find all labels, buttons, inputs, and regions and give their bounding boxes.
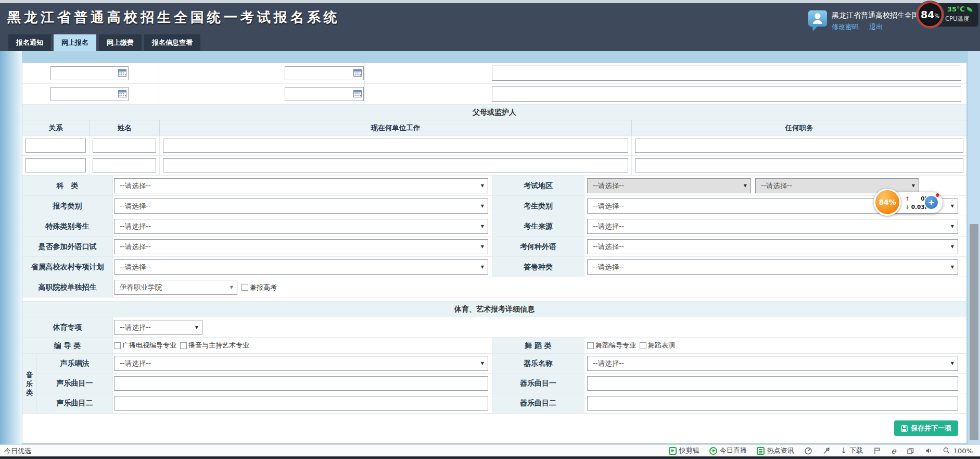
- date-input-3[interactable]: [50, 87, 129, 101]
- calendar-icon[interactable]: [118, 90, 126, 100]
- instrument-song2-input[interactable]: [587, 396, 958, 411]
- calendar-icon[interactable]: [353, 69, 362, 79]
- volume-button[interactable]: [924, 446, 933, 455]
- quick-edit-button[interactable]: 快剪辑: [669, 446, 699, 455]
- instrument-song1-label: 器乐曲目一: [492, 374, 584, 393]
- page-zoom-control[interactable]: 100%: [943, 446, 973, 455]
- ie-mode-button[interactable]: e: [891, 446, 896, 456]
- exam-area-province-select[interactable]: --请选择-- ▼: [587, 178, 751, 193]
- cpu-percent-unit: %: [934, 13, 939, 19]
- today-live-label: 今日直播: [720, 446, 747, 455]
- hot-news-icon: [757, 447, 765, 455]
- save-icon: [901, 425, 908, 432]
- paper-type-label: 答卷种类: [492, 257, 584, 277]
- vocal-song1-input[interactable]: [114, 376, 488, 391]
- upload-arrow-icon: ↑: [905, 195, 910, 202]
- parents-section-header: 父母或监护人: [22, 105, 966, 120]
- apply-type-select[interactable]: --请选择-- ▼: [114, 199, 488, 214]
- parent2-workplace-input[interactable]: [163, 158, 628, 172]
- tab-online-registration[interactable]: 网上报名: [54, 34, 96, 51]
- parent1-relation-input[interactable]: [26, 139, 86, 153]
- selected-value: --请选择--: [761, 181, 792, 190]
- selected-value: --请选择--: [120, 222, 151, 230]
- concurrent-gaokao-checkbox[interactable]: [241, 284, 248, 291]
- scrollbar-thumb[interactable]: [970, 224, 978, 440]
- window-restore-button[interactable]: [906, 447, 914, 455]
- memory-usage-bubble[interactable]: 84%: [874, 189, 901, 216]
- calendar-icon[interactable]: [118, 69, 126, 79]
- taskbar-edge: [0, 456, 980, 459]
- speed-mode-button[interactable]: [804, 446, 812, 455]
- vertical-scrollbar[interactable]: [968, 51, 980, 444]
- dance-performance-checkbox[interactable]: [640, 342, 646, 349]
- instrument-name-select[interactable]: --请选择-- ▼: [587, 356, 958, 371]
- parent1-position-input[interactable]: [635, 139, 963, 153]
- logged-in-user-name: 黑龙江省普通高校招生全国统: [832, 11, 922, 20]
- today-live-button[interactable]: 今日直播: [709, 446, 747, 455]
- parents-table-row: [22, 156, 966, 176]
- wide-text-input-2[interactable]: [492, 86, 961, 102]
- tab-registration-info-view[interactable]: 报名信息查看: [144, 34, 200, 51]
- tab-registration-notice[interactable]: 报名通知: [8, 34, 51, 51]
- today-picks-link[interactable]: 今日优选: [4, 446, 31, 456]
- vocational-select[interactable]: 伊春职业学院 ▼: [114, 280, 237, 295]
- plus-icon: +: [928, 197, 935, 207]
- special-type-label: 特殊类别考生: [22, 216, 113, 236]
- chevron-down-icon: ▼: [230, 280, 233, 294]
- selected-value: --请选择--: [120, 181, 151, 190]
- dance-directing-checkbox[interactable]: [587, 342, 594, 349]
- registration-form-panel: 父母或监护人 关系 姓名 现在何单位工作 任何职务 科 类 --请选择-- ▼ …: [22, 63, 967, 442]
- parent1-name-input[interactable]: [93, 139, 156, 153]
- sports-special-select[interactable]: --请选择-- ▼: [114, 320, 202, 335]
- chevron-down-icon: ▼: [195, 320, 198, 334]
- oral-test-select[interactable]: --请选择-- ▼: [114, 239, 488, 254]
- calendar-icon[interactable]: [353, 90, 362, 100]
- wide-text-input-1[interactable]: [492, 66, 961, 81]
- logout-link[interactable]: 退出: [869, 23, 883, 31]
- save-and-next-button[interactable]: 保存并下一项: [894, 420, 958, 436]
- network-speed-widget[interactable]: 84% ↑0K/s ↓0.03K/s +: [874, 188, 947, 218]
- chevron-down-icon: ▼: [481, 356, 484, 370]
- cpu-usage-badge[interactable]: 84 %: [917, 2, 943, 28]
- special-type-select[interactable]: --请选择-- ▼: [114, 219, 488, 234]
- parent2-relation-input[interactable]: [26, 158, 86, 172]
- notification-dot: [935, 193, 940, 197]
- exam-area-label: 考试地区: [492, 176, 584, 195]
- chevron-down-icon: ▼: [951, 356, 954, 370]
- selected-value: --请选择--: [593, 202, 624, 210]
- field-row-directing-dance: 编 导 类 广播电视编导专业 播音与主持艺术专业 舞 蹈 类 舞蹈编导专业 舞蹈…: [22, 338, 966, 354]
- paper-type-select[interactable]: --请选择-- ▼: [587, 259, 958, 275]
- broadcast-directing-checkbox[interactable]: [114, 342, 121, 349]
- save-button-label: 保存并下一项: [911, 424, 951, 433]
- foreign-language-select[interactable]: --请选择-- ▼: [587, 239, 958, 254]
- parent1-workplace-input[interactable]: [163, 139, 628, 153]
- vocal-method-select[interactable]: --请选择-- ▼: [114, 356, 488, 371]
- rural-plan-select[interactable]: --请选择-- ▼: [114, 259, 488, 275]
- candidate-source-select[interactable]: --请选择-- ▼: [587, 219, 958, 234]
- instrument-song1-input[interactable]: [587, 376, 958, 391]
- field-row-sports-special: 体育专项 --请选择-- ▼: [22, 317, 966, 338]
- selected-value: --请选择--: [593, 181, 624, 190]
- vocal-song2-label: 声乐曲目二: [37, 393, 113, 413]
- game-boost-button[interactable]: [822, 446, 831, 455]
- date-input-4[interactable]: [285, 87, 364, 101]
- download-button[interactable]: ↓ 下载: [841, 446, 863, 455]
- cpu-monitor-widget[interactable]: 84 % 35℃ CPU温度: [917, 3, 978, 27]
- candidate-type-label: 考生类别: [492, 196, 584, 216]
- selected-value: --请选择--: [593, 263, 624, 271]
- hot-news-button[interactable]: 热点资讯: [757, 446, 794, 455]
- flag-button[interactable]: [873, 446, 881, 455]
- tab-online-payment[interactable]: 网上缴费: [99, 34, 142, 51]
- date-input-1[interactable]: [50, 66, 129, 80]
- vocal-song2-input[interactable]: [114, 396, 488, 411]
- oral-test-label: 是否参加外语口试: [22, 237, 113, 256]
- change-password-link[interactable]: 修改密码: [832, 23, 859, 31]
- subject-select[interactable]: --请选择-- ▼: [114, 178, 488, 193]
- parent2-name-input[interactable]: [93, 158, 156, 172]
- field-row-vocal-method: 声乐唱法 --请选择-- ▼ 器乐名称 --请选择-- ▼: [37, 354, 966, 374]
- parent2-position-input[interactable]: [635, 158, 963, 172]
- date-input-2[interactable]: [285, 66, 364, 80]
- apply-type-label: 报考类别: [22, 196, 113, 216]
- hosting-art-checkbox[interactable]: [180, 342, 187, 349]
- dance-label: 舞 蹈 类: [492, 338, 584, 353]
